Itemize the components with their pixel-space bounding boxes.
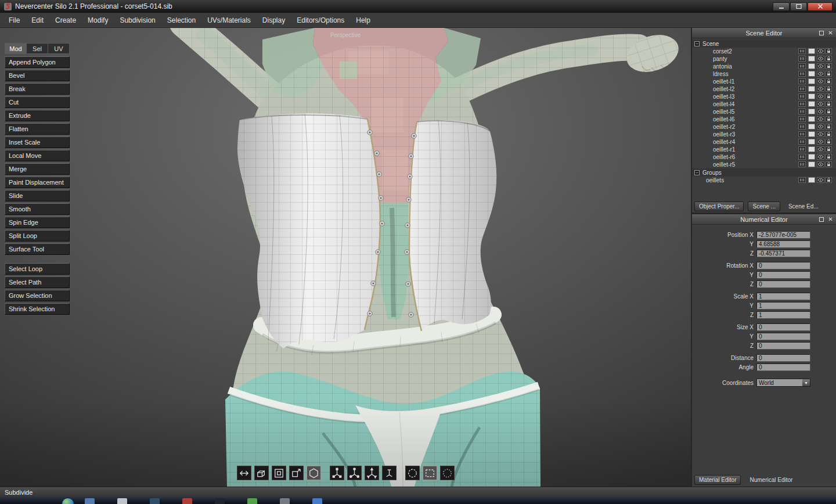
windows-taskbar[interactable] [0,497,836,504]
lock-icon[interactable] [826,109,832,114]
tool-tab-sel[interactable]: Sel [27,43,48,54]
taskbar-app-6[interactable] [247,498,257,504]
scene-item-oeillet-r5[interactable]: oeillet-r5 [692,161,836,168]
tool-button-select-loop[interactable]: Select Loop [5,263,70,275]
tool-button-slide[interactable]: Slide [5,190,70,201]
numeric-field-9-size-x[interactable] [756,323,810,331]
lock-icon[interactable] [826,101,832,106]
soft-select-icon[interactable] [440,466,455,480]
groups-root-row[interactable]: Groups [692,168,836,177]
lock-icon[interactable] [826,161,832,167]
polygon-tool-icon[interactable] [307,466,321,480]
lock-icon[interactable] [826,86,832,91]
display-mode-icon[interactable] [799,71,806,76]
numeric-field-5-z[interactable] [756,280,810,288]
close-panel-icon[interactable]: ✕ [827,216,834,222]
material-swatch[interactable] [809,48,815,53]
lock-icon[interactable] [826,48,832,53]
taskbar-app-1[interactable] [85,498,95,504]
slide-tool-icon[interactable] [237,466,251,480]
material-swatch[interactable] [809,101,815,106]
inset-tool-icon[interactable] [272,466,286,480]
lock-icon[interactable] [826,139,832,144]
menu-item-edit[interactable]: Edit [26,14,49,27]
material-swatch[interactable] [809,93,815,99]
scene-item-panty[interactable]: panty [692,55,836,63]
visibility-icon[interactable] [817,56,824,61]
scene-item-oeillet-l6[interactable]: oeillet-l6 [692,116,836,123]
scene-root-row[interactable]: Scene [692,39,836,48]
scene-editor-tab-scene-ed[interactable]: Scene Ed... [784,202,823,211]
tool-button-select-path[interactable]: Select Path [5,276,70,288]
visibility-icon[interactable] [817,124,824,129]
viewport-canvas[interactable] [0,28,691,487]
tool-button-flatten[interactable]: Flatten [5,123,70,135]
scene-item-oeillet-r4[interactable]: oeillet-r4 [692,138,836,146]
numeric-field-6-scale-x[interactable] [756,293,810,300]
scene-item-antonia[interactable]: antonia [692,63,836,70]
numeric-field-0-position-x[interactable] [756,231,810,239]
tool-button-paint-displacement[interactable]: Paint Displacement [5,177,70,188]
tool-button-extrude[interactable]: Extrude [5,110,70,121]
visibility-icon[interactable] [817,154,824,159]
taskbar-app-4[interactable] [182,498,192,504]
manipulator-tweak-icon[interactable] [382,466,397,480]
menu-item-file[interactable]: File [3,14,25,27]
tool-button-grow-selection[interactable]: Grow Selection [5,290,70,301]
tool-button-inset-scale[interactable]: Inset Scale [5,136,70,148]
material-swatch[interactable] [809,86,815,91]
material-swatch[interactable] [809,56,815,61]
numerical-editor-tab-numerical-editor[interactable]: Numerical Editor [745,476,797,484]
lock-icon[interactable] [826,154,832,159]
lock-icon[interactable] [826,131,832,136]
display-mode-icon[interactable] [799,161,806,167]
scene-item-corset2[interactable]: corset2 [692,48,836,55]
tool-button-bevel[interactable]: Bevel [5,70,70,81]
scene-item-oeillet-l3[interactable]: oeillet-l3 [692,93,836,100]
manipulator-scale-icon[interactable] [365,466,379,480]
lock-icon[interactable] [826,63,832,69]
taskbar-app-2[interactable] [117,498,127,504]
taskbar-app-7[interactable] [280,498,290,504]
numerical-editor-header[interactable]: Numerical Editor ✕ [692,214,836,225]
tool-button-break[interactable]: Break [5,83,70,95]
numeric-field-7-y[interactable] [756,302,810,309]
manipulator-rotate-icon[interactable] [347,466,362,480]
display-mode-icon[interactable] [799,116,806,121]
numeric-field-4-y[interactable] [756,271,810,279]
scene-item-oeillet-r2[interactable]: oeillet-r2 [692,123,836,131]
float-panel-icon[interactable] [818,216,824,222]
display-mode-icon[interactable] [799,86,806,91]
lock-icon[interactable] [826,56,832,61]
taskbar-app-3[interactable] [150,498,160,504]
extrude-tool-icon[interactable] [254,466,269,480]
display-mode-icon[interactable] [799,154,806,159]
scene-editor-header[interactable]: Scene Editor ✕ [692,28,836,38]
menu-item-display[interactable]: Display [257,14,290,27]
display-mode-icon[interactable] [799,48,806,53]
tool-button-spin-edge[interactable]: Spin Edge [5,217,70,228]
lasso-select-icon[interactable] [405,466,420,480]
numeric-field-10-y[interactable] [756,333,810,340]
scene-item-ldress[interactable]: ldress [692,70,836,78]
numeric-field-1-y[interactable] [756,240,810,248]
lock-icon[interactable] [826,116,832,121]
menu-item-help[interactable]: Help [351,14,376,27]
material-swatch[interactable] [809,116,815,121]
menu-item-uvs-materials[interactable]: UVs/Materials [202,14,256,27]
numeric-field-12-distance[interactable] [756,354,810,362]
material-swatch[interactable] [809,154,815,159]
minimize-button[interactable] [773,2,790,11]
scene-item-oeillet-r1[interactable]: oeillet-r1 [692,146,836,153]
display-mode-icon[interactable] [799,56,806,61]
visibility-icon[interactable] [817,139,824,144]
viewport-3d[interactable]: Perspective ModSelUV Append PolygonBevel… [0,28,691,487]
menu-item-subdivision[interactable]: Subdivision [114,14,160,27]
visibility-icon[interactable] [817,86,824,91]
tool-button-surface-tool[interactable]: Surface Tool [5,243,70,255]
material-swatch[interactable] [809,63,815,69]
tool-button-merge[interactable]: Merge [5,163,70,175]
start-button[interactable] [62,498,74,504]
chevron-down-icon[interactable]: ▼ [802,379,810,386]
tool-button-shrink-selection[interactable]: Shrink Selection [5,303,70,315]
